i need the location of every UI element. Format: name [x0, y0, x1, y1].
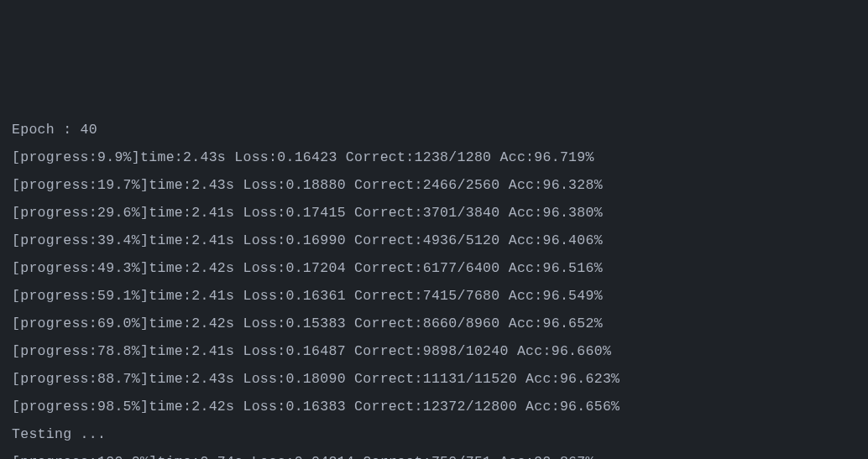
epoch-header: Epoch : 40	[12, 116, 856, 143]
training-progress-line: [progress:29.6%]time:2.41s Loss:0.17415 …	[12, 199, 856, 227]
training-progress-line: [progress:59.1%]time:2.41s Loss:0.16361 …	[12, 282, 856, 310]
training-progress-line: [progress:78.8%]time:2.41s Loss:0.16487 …	[12, 337, 856, 365]
training-progress-line: [progress:98.5%]time:2.42s Loss:0.16383 …	[12, 393, 856, 420]
training-progress-line: [progress:39.4%]time:2.41s Loss:0.16990 …	[12, 227, 856, 254]
testing-header: Testing ...	[12, 420, 856, 448]
training-progress-line: [progress:49.3%]time:2.42s Loss:0.17204 …	[12, 254, 856, 282]
training-progress-line: [progress:88.7%]time:2.43s Loss:0.18090 …	[12, 365, 856, 393]
test-progress-line: [progress:100.0%]time:0.74s Loss:0.04214…	[12, 448, 856, 459]
terminal-output: Epoch : 40[progress:9.9%]time:2.43s Loss…	[12, 116, 856, 459]
training-progress-line: [progress:69.0%]time:2.42s Loss:0.15383 …	[12, 310, 856, 337]
training-progress-line: [progress:19.7%]time:2.43s Loss:0.18880 …	[12, 171, 856, 199]
training-progress-line: [progress:9.9%]time:2.43s Loss:0.16423 C…	[12, 143, 856, 171]
